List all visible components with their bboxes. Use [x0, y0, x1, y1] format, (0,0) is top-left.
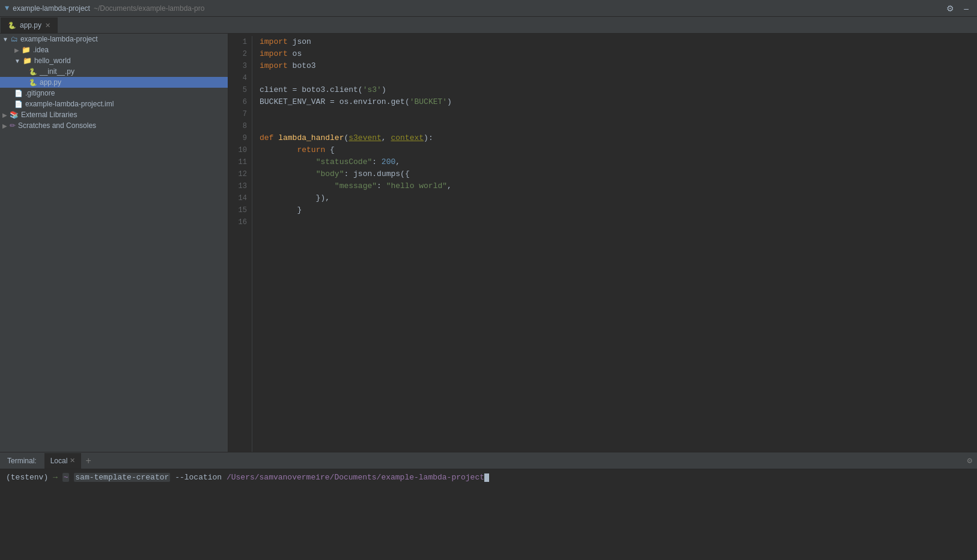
sidebar: ▼ 🗂 example-lambda-project ▶ 📁 .idea ▼ 📁… — [0, 34, 228, 452]
terminal-command-line: (testenv) → ~ sam-template-creator --loc… — [6, 473, 971, 482]
sidebar-item-init[interactable]: 🐍 __init__.py — [0, 66, 228, 77]
tab-label: app.py — [20, 21, 41, 29]
hello-world-label: hello_world — [34, 56, 71, 65]
tab-close-button[interactable]: ✕ — [45, 22, 50, 29]
terminal-add-button[interactable]: + — [82, 455, 94, 466]
line-num-9: 9 — [228, 132, 247, 144]
line-num-16: 16 — [228, 216, 247, 228]
tab-app-py[interactable]: 🐍 app.py ✕ — [0, 17, 58, 33]
sidebar-item-iml[interactable]: 📄 example-lambda-project.iml — [0, 99, 228, 109]
idea-folder-label: .idea — [33, 46, 49, 54]
tree-arrow-root: ▼ — [2, 36, 8, 43]
terminal-venv: (testenv) — [6, 473, 48, 482]
terminal-section: Terminal: Local ✕ + ⚙ (testenv) → ~ sam-… — [0, 452, 977, 560]
project-path: ~/Documents/example-lambda-pro — [94, 4, 204, 13]
project-icon: ▼ — [5, 4, 9, 13]
line-num-14: 14 — [228, 192, 247, 204]
code-line-4 — [260, 72, 977, 84]
tree-arrow-scratches: ▶ — [2, 123, 7, 129]
terminal-settings-icon[interactable]: ⚙ — [967, 455, 972, 466]
tab-file-icon: 🐍 — [8, 22, 16, 29]
iml-label: example-lambda-project.iml — [25, 100, 114, 108]
gitignore-label: .gitignore — [25, 89, 55, 97]
line-num-5: 5 — [228, 84, 247, 96]
project-name: example-lambda-project — [13, 4, 90, 13]
kw-import-2: import — [260, 48, 288, 60]
tabbar: 🐍 app.py ✕ — [0, 17, 977, 34]
code-line-10: return { — [260, 144, 977, 156]
code-editor[interactable]: 1 2 3 4 5 6 7 8 9 10 11 12 13 14 15 16 — [228, 34, 977, 452]
titlebar-actions: ⚙ – — [943, 2, 972, 14]
sidebar-item-project-root[interactable]: ▼ 🗂 example-lambda-project — [0, 34, 228, 44]
code-line-6: BUCKET_ENV_VAR = os.environ.get('BUCKET'… — [260, 96, 977, 108]
terminal-tilde: ~ — [62, 473, 70, 482]
terminal-cursor — [484, 473, 489, 482]
sidebar-item-app-py[interactable]: 🐍 app.py — [0, 77, 228, 88]
line-num-8: 8 — [228, 120, 247, 132]
minimize-button[interactable]: – — [960, 2, 972, 14]
line-num-10: 10 — [228, 144, 247, 156]
line-num-7: 7 — [228, 108, 247, 120]
code-line-15: } — [260, 204, 977, 216]
terminal-label: Terminal: — [5, 457, 44, 465]
project-folder-icon: 🗂 — [11, 35, 18, 43]
tree-arrow-idea: ▶ — [14, 47, 19, 53]
terminal-tab-close[interactable]: ✕ — [70, 457, 75, 464]
terminal-arrow: → — [53, 473, 58, 482]
scratches-label: Scratches and Consoles — [18, 121, 96, 130]
code-line-14: }), — [260, 192, 977, 204]
init-file-icon: 🐍 — [29, 68, 37, 76]
main-content: ▼ 🗂 example-lambda-project ▶ 📁 .idea ▼ 📁… — [0, 34, 977, 452]
code-content[interactable]: import json import os import boto3 clien… — [252, 36, 977, 452]
sidebar-item-gitignore[interactable]: 📄 .gitignore — [0, 88, 228, 99]
line-num-3: 3 — [228, 60, 247, 72]
code-line-2: import os — [260, 48, 977, 60]
sidebar-item-idea[interactable]: ▶ 📁 .idea — [0, 44, 228, 55]
terminal-flag: --location — [175, 473, 222, 482]
terminal-path: /Users/samvanovermeire/Documents/example… — [227, 473, 484, 482]
code-line-9: def lambda_handler(s3event, context): — [260, 132, 977, 144]
tree-arrow-hello-world: ▼ — [14, 58, 20, 64]
gitignore-icon: 📄 — [14, 90, 23, 97]
terminal-tabbar: Terminal: Local ✕ + ⚙ — [0, 452, 977, 469]
terminal-tab-local[interactable]: Local ✕ — [44, 453, 82, 469]
line-num-4: 4 — [228, 72, 247, 84]
line-num-15: 15 — [228, 204, 247, 216]
idea-folder-icon: 📁 — [22, 46, 31, 54]
line-numbers: 1 2 3 4 5 6 7 8 9 10 11 12 13 14 15 16 — [228, 36, 252, 452]
code-line-13: "message": "hello world", — [260, 180, 977, 192]
line-num-13: 13 — [228, 180, 247, 192]
code-line-5: client = boto3.client('s3') — [260, 84, 977, 96]
code-line-8 — [260, 120, 977, 132]
sidebar-item-hello-world[interactable]: ▼ 📁 hello_world — [0, 55, 228, 66]
code-line-7 — [260, 108, 977, 120]
line-num-6: 6 — [228, 96, 247, 108]
terminal-content[interactable]: (testenv) → ~ sam-template-creator --loc… — [0, 469, 977, 560]
app-file-label: app.py — [40, 78, 61, 87]
sidebar-item-scratches[interactable]: ▶ ✏ Scratches and Consoles — [0, 120, 228, 131]
line-num-11: 11 — [228, 156, 247, 168]
tree-arrow-ext-libs: ▶ — [2, 112, 7, 118]
titlebar-left: ▼ example-lambda-project ~/Documents/exa… — [5, 4, 204, 13]
code-line-12: "body": json.dumps({ — [260, 168, 977, 180]
terminal-tab-local-label: Local — [50, 457, 68, 465]
titlebar: ▼ example-lambda-project ~/Documents/exa… — [0, 0, 977, 17]
terminal-cmd: sam-template-creator — [74, 473, 170, 482]
sidebar-item-external-libs[interactable]: ▶ 📚 External Libraries — [0, 109, 228, 120]
hello-world-folder-icon: 📁 — [23, 56, 32, 65]
ext-libs-label: External Libraries — [21, 111, 77, 119]
ext-libs-icon: 📚 — [10, 111, 19, 119]
code-line-1: import json — [260, 36, 977, 48]
scratches-icon: ✏ — [10, 121, 16, 130]
kw-import-1: import — [260, 36, 288, 48]
code-line-3: import boto3 — [260, 60, 977, 72]
settings-button[interactable]: ⚙ — [943, 2, 958, 14]
line-num-2: 2 — [228, 48, 247, 60]
app-file-icon: 🐍 — [29, 79, 37, 87]
line-num-1: 1 — [228, 36, 247, 48]
line-num-12: 12 — [228, 168, 247, 180]
code-line-11: "statusCode": 200, — [260, 156, 977, 168]
code-line-16 — [260, 216, 977, 228]
code-area: 1 2 3 4 5 6 7 8 9 10 11 12 13 14 15 16 — [228, 34, 977, 452]
iml-icon: 📄 — [14, 100, 23, 108]
